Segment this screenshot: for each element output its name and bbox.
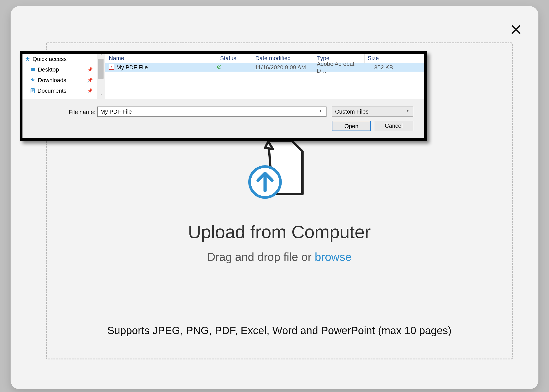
file-open-dialog: Quick access Desktop 📌 Downloads 📌 — [20, 51, 427, 141]
sidebar-item-label: Downloads — [38, 77, 66, 84]
sidebar-item-documents[interactable]: Documents 📌 — [22, 85, 97, 96]
close-button[interactable]: ✕ — [509, 22, 523, 38]
sidebar-item-label: Quick access — [33, 56, 67, 63]
file-date: 11/16/2020 9:09 AM — [252, 64, 314, 71]
upload-modal: ✕ Upload from Computer Drag and drop fil… — [11, 6, 538, 389]
scroll-down-icon[interactable]: ˅ — [97, 94, 105, 99]
col-name[interactable]: Name — [109, 55, 217, 62]
file-name-label: File name: — [69, 109, 95, 116]
scroll-thumb[interactable] — [98, 59, 104, 79]
file-dialog-controls: File name: ▾ ▾ Open Cancel — [22, 99, 424, 138]
browse-link[interactable]: browse — [315, 251, 352, 263]
file-size: 352 KB — [364, 64, 400, 71]
file-name: My PDF File — [116, 64, 148, 71]
scroll-up-icon[interactable]: ˄ — [97, 54, 105, 59]
cancel-button[interactable]: Cancel — [374, 121, 413, 131]
file-type-filter[interactable] — [332, 106, 413, 117]
col-size[interactable]: Size — [364, 54, 400, 63]
pin-icon: 📌 — [87, 77, 93, 83]
file-name-input[interactable] — [97, 106, 327, 117]
sidebar-item-label: Desktop — [38, 66, 59, 73]
pin-icon: 📌 — [87, 67, 93, 72]
desktop-icon — [30, 68, 35, 71]
status-ok-icon — [217, 64, 222, 71]
col-date[interactable]: Date modified — [252, 54, 314, 63]
download-icon — [30, 78, 35, 83]
sidebar-item-downloads[interactable]: Downloads 📌 — [22, 75, 97, 85]
subline-text: Drag and drop file or — [207, 251, 315, 263]
upload-graphic-icon — [246, 139, 312, 205]
upload-subtitle: Drag and drop file or browse — [47, 250, 512, 263]
svg-marker-1 — [26, 57, 29, 61]
sidebar-item-desktop[interactable]: Desktop 📌 — [22, 64, 97, 75]
sidebar-item-label: Documents — [37, 87, 66, 94]
sidebar-scrollbar[interactable]: ˄ ˅ — [97, 54, 105, 99]
sidebar-quick-access[interactable]: Quick access — [22, 54, 97, 64]
upload-title: Upload from Computer — [47, 222, 512, 242]
col-status[interactable]: Status — [217, 54, 252, 63]
file-list: Name Status Date modified Type Size A My… — [105, 54, 424, 99]
pin-icon: 📌 — [87, 88, 93, 93]
pdf-icon: A — [109, 64, 114, 71]
file-row[interactable]: A My PDF File 11/16/2020 9:09 AM Adobe A… — [105, 63, 424, 72]
supported-formats: Supports JPEG, PNG, PDF, Excel, Word and… — [47, 324, 512, 336]
star-icon — [25, 56, 30, 61]
column-headers: Name Status Date modified Type Size — [105, 54, 424, 63]
svg-rect-2 — [31, 68, 35, 71]
svg-text:A: A — [111, 66, 112, 68]
document-icon — [30, 88, 35, 93]
file-type: Adobe Acrobat D… — [314, 61, 364, 74]
open-button[interactable]: Open — [332, 121, 371, 131]
